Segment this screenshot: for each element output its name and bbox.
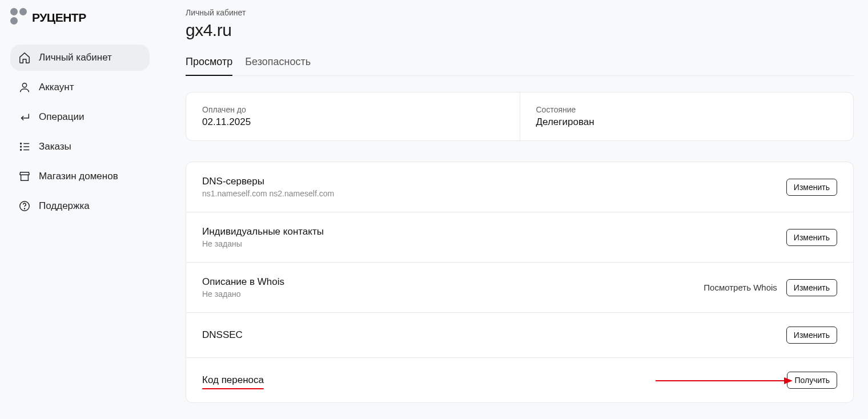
edit-whois-button[interactable]: Изменить [786, 279, 837, 296]
info-status: Состояние Делегирован [520, 92, 854, 140]
row-dnssec: DNSSEC Изменить [186, 313, 853, 358]
sidebar-item-label: Поддержка [39, 200, 90, 212]
logo-dots-icon [10, 8, 27, 27]
sidebar-item-orders[interactable]: Заказы [10, 134, 150, 160]
row-whois: Описание в Whois Не задано Посмотреть Wh… [186, 263, 853, 313]
annotation-arrow-icon [656, 375, 793, 386]
row-title: Код переноса [202, 374, 264, 386]
sidebar: РУЦЕНТР Личный кабинет Аккаунт Операции [0, 0, 160, 419]
row-contacts: Индивидуальные контакты Не заданы Измени… [186, 212, 853, 263]
edit-contacts-button[interactable]: Изменить [786, 229, 837, 246]
view-whois-link[interactable]: Посмотреть Whois [704, 283, 777, 292]
sidebar-item-operations[interactable]: Операции [10, 104, 150, 130]
page-title: gx4.ru [186, 21, 854, 40]
tabs: Просмотр Безопасность [186, 56, 854, 76]
home-icon [18, 51, 31, 64]
svg-point-3 [21, 150, 22, 151]
user-icon [18, 81, 31, 94]
row-title: DNS-серверы [202, 176, 334, 187]
row-title: Описание в Whois [202, 276, 284, 288]
edit-dnssec-button[interactable]: Изменить [786, 327, 837, 344]
row-title: Индивидуальные контакты [202, 226, 324, 237]
info-label: Оплачен до [202, 105, 504, 114]
sidebar-item-domain-store[interactable]: Магазин доменов [10, 163, 150, 190]
row-transfer-code: Код переноса Получить [186, 358, 853, 402]
main-content: Личный кабинет gx4.ru Просмотр Безопасно… [160, 0, 868, 419]
logo-text: РУЦЕНТР [32, 11, 86, 25]
return-arrow-icon [18, 111, 31, 123]
sidebar-nav: Личный кабинет Аккаунт Операции Заказы [10, 45, 150, 219]
list-icon [18, 140, 31, 153]
settings-list: DNS-серверы ns1.nameself.com ns2.namesel… [186, 162, 854, 403]
sidebar-item-dashboard[interactable]: Личный кабинет [10, 45, 150, 71]
tab-security[interactable]: Безопасность [245, 56, 311, 75]
svg-point-2 [21, 146, 22, 147]
sidebar-item-label: Операции [39, 111, 85, 123]
sidebar-item-label: Заказы [39, 141, 71, 152]
row-subtitle: Не заданы [202, 239, 324, 248]
sidebar-item-label: Аккаунт [39, 82, 74, 93]
tab-view[interactable]: Просмотр [186, 56, 232, 76]
help-icon [18, 200, 31, 212]
sidebar-item-label: Магазин доменов [39, 171, 118, 182]
sidebar-item-support[interactable]: Поддержка [10, 193, 150, 219]
row-subtitle: ns1.nameself.com ns2.nameself.com [202, 189, 334, 198]
annotation-underline [202, 388, 264, 389]
svg-point-8 [24, 208, 25, 209]
info-value: Делегирован [536, 116, 838, 128]
row-subtitle: Не задано [202, 289, 284, 299]
store-icon [18, 170, 31, 183]
row-title: DNSSEC [202, 329, 243, 341]
svg-point-1 [21, 143, 22, 144]
sidebar-item-label: Личный кабинет [39, 52, 112, 63]
edit-dns-button[interactable]: Изменить [786, 179, 837, 196]
logo[interactable]: РУЦЕНТР [10, 8, 150, 27]
info-value: 02.11.2025 [202, 116, 504, 128]
row-dns: DNS-серверы ns1.nameself.com ns2.namesel… [186, 162, 853, 212]
info-label: Состояние [536, 105, 838, 114]
breadcrumb[interactable]: Личный кабинет [186, 8, 854, 17]
info-card: Оплачен до 02.11.2025 Состояние Делегиро… [186, 92, 854, 141]
svg-point-0 [22, 83, 26, 87]
info-paid-until: Оплачен до 02.11.2025 [186, 92, 520, 140]
get-transfer-code-button[interactable]: Получить [787, 372, 837, 389]
sidebar-item-account[interactable]: Аккаунт [10, 74, 150, 100]
